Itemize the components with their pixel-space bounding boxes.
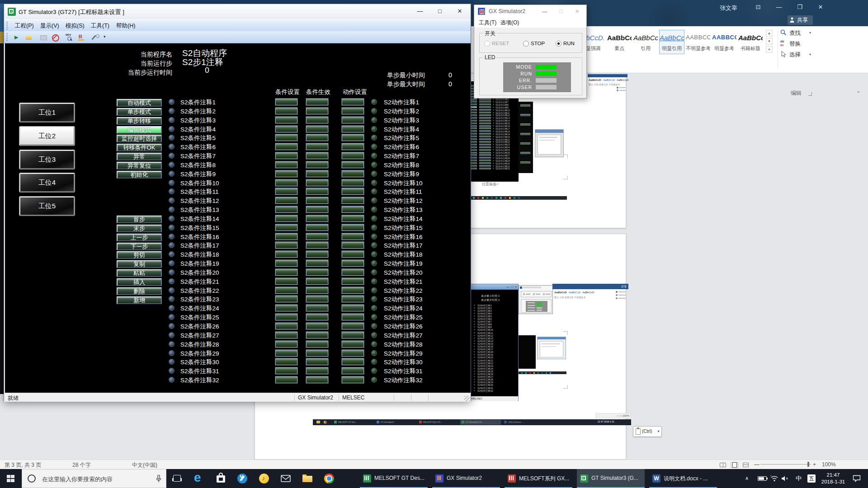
action-set-lamp[interactable] — [342, 367, 364, 374]
action-set-lamp[interactable] — [342, 179, 364, 186]
condition-set-lamp[interactable] — [275, 99, 297, 105]
gx-maximize-button[interactable]: □ — [554, 5, 568, 18]
condition-set-lamp[interactable] — [275, 108, 297, 114]
condition-set-lamp[interactable] — [275, 305, 297, 311]
gt-maximize-button[interactable]: □ — [431, 5, 449, 18]
figure-caption[interactable]: 位置输送↵ — [482, 182, 500, 187]
gallery-scroll-up-icon[interactable]: ▲ — [766, 30, 773, 37]
step-edit-button-10[interactable]: 新增 — [117, 296, 162, 304]
paste-options-button[interactable]: (Ctrl) ▼ — [633, 426, 662, 437]
web-layout-icon[interactable] — [742, 462, 750, 468]
language-indicator[interactable]: 中文(中国) — [132, 461, 157, 469]
step-edit-button-9[interactable]: 删除 — [117, 287, 162, 295]
condition-set-lamp[interactable] — [275, 143, 297, 150]
condition-active-lamp[interactable] — [306, 170, 328, 177]
condition-set-lamp[interactable] — [275, 287, 297, 294]
condition-set-lamp[interactable] — [275, 278, 297, 285]
condition-active-lamp[interactable] — [306, 358, 328, 365]
word-restore-button[interactable]: ❐ — [792, 2, 807, 13]
taskbar-button-3[interactable]: MELSOFT系列 GX... — [505, 469, 572, 488]
action-set-lamp[interactable] — [342, 323, 364, 329]
mode-button-2[interactable]: 单步模式 — [117, 108, 162, 116]
condition-set-lamp[interactable] — [275, 350, 297, 357]
condition-set-lamp[interactable] — [275, 367, 297, 374]
step-edit-button-3[interactable]: 上一步 — [117, 234, 162, 241]
condition-set-lamp[interactable] — [275, 170, 297, 177]
condition-set-lamp[interactable] — [275, 260, 297, 267]
gt-menu-item-5[interactable]: 帮助(H) — [116, 22, 135, 30]
action-set-lamp[interactable] — [342, 233, 364, 240]
condition-active-lamp[interactable] — [306, 376, 328, 383]
condition-active-lamp[interactable] — [306, 260, 328, 267]
condition-set-lamp[interactable] — [275, 197, 297, 204]
action-set-lamp[interactable] — [342, 126, 364, 132]
mode-button-6[interactable]: 转移条件OK — [117, 144, 162, 151]
style-item-引用[interactable]: AaBbCcD.引用 — [633, 30, 658, 54]
share-button[interactable]: 共享 — [788, 15, 813, 25]
zoom-slider-track[interactable] — [760, 464, 811, 465]
condition-active-lamp[interactable] — [306, 242, 328, 249]
print-icon[interactable] — [38, 33, 47, 42]
condition-active-lamp[interactable] — [306, 215, 328, 222]
taskbar-button-4[interactable]: GT Simulator3 (G... — [577, 469, 645, 488]
station-button-4[interactable]: 工位4 — [19, 173, 75, 192]
option-icon[interactable] — [91, 33, 100, 42]
gx-close-button[interactable]: × — [570, 5, 585, 18]
condition-active-lamp[interactable] — [306, 269, 328, 276]
word-user-name[interactable]: 张文举 — [720, 4, 737, 12]
word-minimize-button[interactable]: — — [771, 2, 787, 13]
wifi-icon[interactable]: * — [770, 475, 778, 482]
ime-mode-indicator[interactable]: 中 — [796, 474, 802, 483]
mode-button-1[interactable]: 自动模式 — [117, 99, 162, 107]
action-set-lamp[interactable] — [342, 287, 364, 294]
gx-menu-item-2[interactable]: 选项(O) — [500, 19, 519, 27]
condition-set-lamp[interactable] — [275, 376, 297, 383]
action-set-lamp[interactable] — [342, 278, 364, 285]
step-edit-button-6[interactable]: 复制 — [117, 260, 162, 268]
gt-minimize-button[interactable]: — — [411, 5, 429, 18]
taskbar-button-5[interactable]: W说明文档.docx - ... — [649, 469, 717, 488]
mode-button-7[interactable]: 异常 — [117, 153, 162, 160]
condition-set-lamp[interactable] — [275, 206, 297, 213]
action-set-lamp[interactable] — [342, 206, 364, 213]
step-edit-button-8[interactable]: 插入 — [117, 278, 162, 286]
style-item-明显参考[interactable]: AABBCCDI明显参考 — [712, 30, 737, 54]
ime-shape-indicator[interactable]: 五 — [807, 474, 816, 483]
taskbar-button-2[interactable]: GX Simulator2 — [432, 469, 500, 488]
gt-titlebar[interactable]: GT Simulator3 (GT27) [工程标题未设置 ] — □ ✕ — [4, 4, 471, 19]
action-set-lamp[interactable] — [342, 117, 364, 123]
radio-reset[interactable] — [484, 41, 490, 47]
action-set-lamp[interactable] — [342, 143, 364, 150]
mode-button-4[interactable]: 编辑模式 — [117, 126, 162, 134]
gt-close-button[interactable]: ✕ — [451, 5, 469, 18]
station-button-5[interactable]: 工位5 — [19, 197, 75, 216]
gt-menu-item-4[interactable]: 工具(T) — [91, 22, 109, 30]
condition-set-lamp[interactable] — [275, 126, 297, 132]
action-set-lamp[interactable] — [342, 350, 364, 357]
simulate-stop-icon[interactable] — [50, 33, 59, 42]
action-set-lamp[interactable] — [342, 296, 364, 302]
action-set-lamp[interactable] — [342, 314, 364, 320]
gt-menu-item-2[interactable]: 显示(V) — [40, 22, 59, 30]
word-close-button[interactable]: ✕ — [813, 2, 828, 13]
action-set-lamp[interactable] — [342, 224, 364, 231]
step-edit-button-7[interactable]: 粘粘 — [117, 269, 162, 277]
step-edit-button-5[interactable]: 剪切 — [117, 251, 162, 259]
condition-active-lamp[interactable] — [306, 134, 328, 141]
action-set-lamp[interactable] — [342, 161, 364, 168]
condition-set-lamp[interactable] — [275, 251, 297, 258]
battery-icon[interactable] — [758, 476, 767, 481]
style-item-要点[interactable]: AaBbCcD要点 — [607, 30, 632, 54]
find-button[interactable]: 查找 ▾ — [780, 29, 821, 37]
toolbar-overflow-icon[interactable]: ▾ — [104, 34, 106, 39]
gt-menu-item-3[interactable]: 模拟(S) — [66, 22, 85, 30]
action-set-lamp[interactable] — [342, 215, 364, 222]
condition-active-lamp[interactable] — [306, 99, 328, 105]
condition-active-lamp[interactable] — [306, 188, 328, 195]
step-edit-button-2[interactable]: 末步 — [117, 225, 162, 232]
condition-set-lamp[interactable] — [275, 314, 297, 320]
condition-active-lamp[interactable] — [306, 126, 328, 132]
condition-active-lamp[interactable] — [306, 350, 328, 357]
open-project-icon[interactable] — [24, 33, 33, 42]
action-set-lamp[interactable] — [342, 170, 364, 177]
